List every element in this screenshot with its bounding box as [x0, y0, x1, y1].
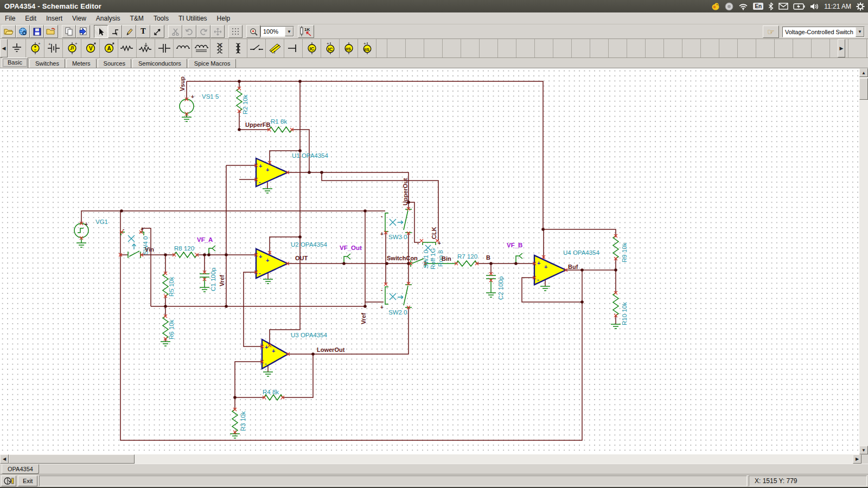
paste-button[interactable]	[76, 25, 90, 38]
tab-semiconductors[interactable]: Semiconductors	[132, 59, 187, 68]
pencil-tool-button[interactable]	[122, 25, 136, 38]
tab-spice-macros[interactable]: Spice Macros	[188, 59, 237, 68]
label-buf: Buf	[568, 264, 578, 270]
redo-button-disabled	[196, 25, 210, 38]
tab-switches[interactable]: Switches	[29, 59, 65, 68]
window-title: OPA4354 - Schematic Editor	[4, 2, 101, 10]
menu-insert[interactable]: Insert	[41, 13, 67, 24]
component-mode-value: Voltage-Controlled Switch	[783, 29, 856, 35]
menu-file[interactable]: File	[0, 13, 20, 24]
palette-switch[interactable]	[247, 39, 266, 57]
zoom-tool-button[interactable]	[246, 25, 260, 38]
open-recent-button[interactable]	[44, 25, 58, 38]
keyboard-layout-indicator[interactable]: En	[753, 3, 763, 10]
palette-scroll-left[interactable]: ◀	[0, 39, 8, 57]
zoom-combo-dropdown-icon[interactable]: ▼	[285, 27, 293, 36]
palette-iis-source[interactable]: IIS	[340, 39, 358, 57]
scroll-left-button[interactable]: ◀	[0, 454, 9, 464]
label-bin: Bin	[442, 255, 451, 262]
palette-voltmeter[interactable]: V	[81, 39, 100, 57]
bluetooth-icon[interactable]	[768, 2, 774, 10]
schematic-canvas[interactable]: + + - + + - + + - + + - + + - + - + - + …	[0, 68, 859, 454]
dimension-tool-button[interactable]	[150, 25, 164, 38]
scrollbar-corner	[861, 454, 868, 464]
palette-voltage-generator[interactable]: +	[63, 39, 81, 57]
speaker-icon[interactable]	[810, 3, 819, 10]
menu-tm[interactable]: T&M	[125, 13, 149, 24]
component-value-button[interactable]: 1K	[298, 25, 314, 38]
scroll-up-button[interactable]: ▲	[859, 68, 868, 77]
tab-basic[interactable]: Basic	[2, 57, 28, 68]
label-u2: U2 OPA4354	[291, 241, 328, 248]
menu-view[interactable]: View	[67, 13, 91, 24]
wire-tool-button[interactable]	[108, 25, 122, 38]
palette-iis-source-plus[interactable]: +IIS	[358, 39, 376, 57]
horizontal-scroll-thumb[interactable]	[9, 454, 135, 464]
label-out: OUT	[295, 255, 308, 261]
palette-resistor[interactable]	[118, 39, 137, 57]
exit-button[interactable]: Exit	[18, 476, 37, 486]
palette-ammeter[interactable]: A	[100, 39, 118, 57]
vertical-scrollbar[interactable]: ▲ ▼	[859, 68, 868, 454]
schematic-mode-button[interactable]	[1, 476, 16, 486]
vg1-step-glyph	[78, 228, 84, 243]
palette-inductor[interactable]	[174, 39, 192, 57]
sheet-tab-opa4354[interactable]: OPA4354	[2, 464, 39, 474]
resistor-r6	[163, 316, 168, 339]
palette-scroll-right[interactable]: ▶	[838, 39, 845, 57]
palette-capacitor[interactable]	[155, 39, 174, 57]
copy-button[interactable]	[62, 25, 76, 38]
zoom-level-combo[interactable]: 100% ▼	[260, 26, 294, 37]
palette-ic-current-plus[interactable]: +IC	[321, 39, 340, 57]
label-sw1: SW1 0	[423, 249, 429, 268]
battery-icon[interactable]	[793, 3, 805, 10]
palette-transformer[interactable]	[229, 39, 247, 57]
label-r1: R1 8k	[271, 118, 287, 125]
svg-text:T: T	[273, 50, 276, 54]
label-switchcon: SwitchCon	[387, 255, 418, 261]
mascot-icon[interactable]	[711, 2, 720, 11]
vertical-scroll-thumb[interactable]	[859, 78, 868, 100]
select-tool-button[interactable]	[94, 25, 108, 38]
label-r3: R3 10k	[240, 411, 246, 431]
palette-battery[interactable]: +	[44, 39, 63, 57]
palette-coupled-inductors[interactable]: M	[210, 39, 229, 57]
menu-edit[interactable]: Edit	[20, 13, 41, 24]
mail-icon[interactable]	[778, 3, 788, 10]
wifi-icon[interactable]	[738, 3, 748, 10]
volume-knob-icon[interactable]	[725, 2, 733, 11]
palette-ic-current[interactable]: IC	[303, 39, 321, 57]
palette-terminal[interactable]	[284, 39, 303, 57]
menu-tools[interactable]: Tools	[149, 13, 174, 24]
tab-meters[interactable]: Meters	[66, 59, 97, 68]
open-web-button[interactable]	[16, 25, 30, 38]
palette-voltage-source[interactable]: +	[26, 39, 44, 57]
component-mode-combo[interactable]: Voltage-Controlled Switch ▼	[782, 27, 865, 37]
component-mode-dropdown-icon[interactable]: ▼	[856, 27, 864, 37]
scroll-down-button[interactable]: ▼	[859, 446, 868, 454]
system-tray: En 11:21 AM	[711, 0, 865, 12]
scroll-right-button[interactable]: ▶	[853, 454, 861, 464]
menu-analysis[interactable]: Analysis	[91, 13, 125, 24]
svg-text:+: +	[259, 253, 262, 260]
settings-gear-icon[interactable]	[856, 2, 865, 11]
palette-ground[interactable]	[8, 39, 26, 57]
palette-controlled-switch[interactable]: T	[266, 39, 284, 57]
svg-text:+: +	[38, 42, 41, 46]
label-vsup: Vsup	[179, 76, 186, 91]
schematic-drawing[interactable]: + + - + + - + + - + + - + + - + - + - + …	[0, 68, 859, 454]
open-file-button[interactable]	[2, 25, 16, 38]
menu-help[interactable]: Help	[212, 13, 235, 24]
horizontal-scrollbar[interactable]: ◀ ▶	[0, 454, 861, 464]
save-button[interactable]	[30, 25, 44, 38]
palette-inductor-core[interactable]	[192, 39, 210, 57]
resistor-r7	[456, 261, 477, 266]
grid-toggle-button[interactable]	[228, 25, 242, 38]
menu-ti-utilities[interactable]: TI Utilities	[174, 13, 212, 24]
label-roff: Roff 1G	[430, 248, 436, 269]
text-tool-button[interactable]: T	[136, 25, 150, 38]
palette-potentiometer[interactable]	[137, 39, 155, 57]
tab-sources[interactable]: Sources	[98, 59, 131, 68]
find-component-button[interactable]: ☞	[763, 25, 779, 38]
svg-text:IIS: IIS	[346, 47, 351, 52]
